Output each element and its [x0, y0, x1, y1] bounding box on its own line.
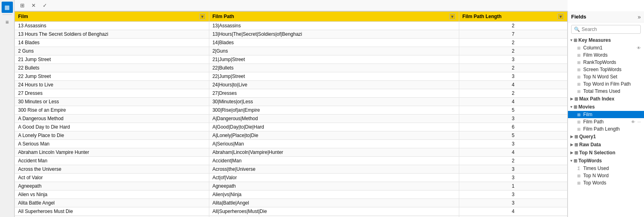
search-box[interactable]: 🔍 [571, 25, 641, 34]
table-row[interactable]: 13 Assassins 13|Assassins 2 [15, 22, 568, 30]
field-item-top-n-word-set[interactable]: ⊞Top N Word Set [568, 73, 644, 80]
cell-film-path: 30|Minutes|or|Less [209, 98, 459, 106]
film-path-length-sort-icon[interactable]: ▼ [557, 13, 564, 20]
table-row[interactable]: A Dangerous Method A|Dangerous|Method 3 [15, 115, 568, 123]
eye-icon[interactable]: 👁 [630, 120, 636, 124]
field-type-icon: Σ [576, 166, 582, 171]
field-group-top-n-selection: ▶⊞Top N Selection [568, 149, 644, 157]
main-content: Film ▼ Film Path ▼ [14, 11, 568, 217]
col-film-path[interactable]: Film Path ▼ [209, 12, 459, 22]
table-row[interactable]: Alien vs Ninja Alien|vs|Ninja 3 [15, 190, 568, 199]
cell-film: All Superheroes Must Die [15, 207, 209, 216]
col-film-path-length[interactable]: Film Path Length ▼ [459, 12, 567, 22]
field-group-header-raw-data[interactable]: ▶⊞Raw Data [568, 141, 644, 149]
field-group-header-key-measures[interactable]: ▾⊞Key Measures [568, 36, 644, 44]
field-type-icon: ⊞ [576, 53, 582, 57]
more-icon[interactable]: ··· [637, 120, 642, 124]
table-row[interactable]: 14 Blades 14|Blades 2 [15, 39, 568, 47]
cell-film-path: Act|of|Valor [209, 174, 459, 182]
table-row[interactable]: A Serious Man A|Serious|Man 3 [15, 140, 568, 148]
field-type-icon: ⊞ [576, 60, 582, 65]
table-row[interactable]: Alita Battle Angel Alita|Battle|Angel 3 [15, 199, 568, 207]
cell-film: 22 Jump Street [15, 72, 209, 81]
group-table-icon: ⊞ [574, 96, 578, 102]
cell-film: A Good Day to Die Hard [15, 123, 209, 131]
table-view-icon[interactable]: ▦ [2, 2, 13, 13]
table-row[interactable]: AllStar Superman AllStar|Superman 2 [15, 216, 568, 217]
cell-film-path: Agneepath [209, 182, 459, 190]
table-row[interactable]: Across the Universe Across|the|Universe … [15, 165, 568, 174]
close-icon[interactable]: ✕ [29, 1, 38, 10]
cell-film-path-length: 2 [459, 89, 567, 98]
table-row[interactable]: 22 Jump Street 22|Jump|Street 3 [15, 72, 568, 81]
field-type-icon: ⊞ [576, 127, 582, 131]
table-row[interactable]: A Lonely Place to Die A|Lonely|Place|to|… [15, 131, 568, 140]
group-table-icon: ⊞ [574, 38, 577, 43]
film-sort-icon[interactable]: ▼ [199, 13, 206, 20]
cell-film-path-length: 2 [459, 64, 567, 72]
cell-film-path-length: 2 [459, 157, 567, 165]
field-group-header-max-path-index[interactable]: ▶⊞Max Path Index [568, 95, 644, 103]
cell-film-path: 300|Rise|of|an|Empire [209, 106, 459, 115]
field-group-header-query1[interactable]: ▶⊞Query1 [568, 133, 644, 141]
field-group-header-top-n-selection[interactable]: ▶⊞Top N Selection [568, 149, 644, 157]
cell-film-path: 14|Blades [209, 39, 459, 47]
field-item-film-words[interactable]: ⊞Film Words [568, 51, 644, 59]
table-container[interactable]: Film ▼ Film Path ▼ [14, 11, 568, 217]
cell-film: A Lonely Place to Die [15, 131, 209, 140]
table-row[interactable]: 27 Dresses 27|Dresses 2 [15, 89, 568, 98]
table-row[interactable]: Abraham Lincoln Vampire Hunter Abraham|L… [15, 148, 568, 157]
check-icon[interactable]: ✓ [40, 1, 49, 10]
field-group-header-topwords[interactable]: ▾⊞TopWords [568, 157, 644, 165]
cell-film-path: A|Good|Day|to|Die|Hard [209, 123, 459, 131]
toolbar-separator [2, 14, 12, 15]
search-input[interactable] [582, 27, 642, 32]
field-item-top-words[interactable]: ⊞Top Words [568, 179, 644, 186]
table-row[interactable]: Accident Man Accident|Man 2 [15, 157, 568, 165]
chevron-icon: ▶ [570, 135, 573, 139]
field-item-top-word-in-film-path[interactable]: ⊞Top Word in Film Path [568, 80, 644, 88]
eye-icon[interactable]: 👁 [636, 46, 642, 50]
field-item-ranktopwords[interactable]: ⊞RankTopWords [568, 59, 644, 66]
cell-film-path-length: 3 [459, 55, 567, 64]
chevron-icon: ▶ [570, 151, 573, 155]
fields-close-icon[interactable]: » [638, 14, 641, 20]
field-item-screen-topwords[interactable]: ⊞Screen TopWords [568, 66, 644, 73]
group-table-icon: ⊞ [574, 142, 578, 147]
table-row[interactable]: 300 Rise of an Empire 300|Rise|of|an|Emp… [15, 106, 568, 115]
table-row[interactable]: All Superheroes Must Die All|Superheroes… [15, 207, 568, 216]
field-item-total-times-used[interactable]: ⊞Total Times Used [568, 88, 644, 95]
cell-film: A Serious Man [15, 140, 209, 148]
field-group-header-movies[interactable]: ▾⊞Movies [568, 103, 644, 111]
field-item-film-path[interactable]: ⊞Film Path👁··· [568, 118, 644, 125]
film-path-sort-icon[interactable]: ▼ [449, 13, 456, 20]
data-table: Film ▼ Film Path ▼ [14, 11, 568, 217]
table-row[interactable]: 2 Guns 2|Guns 2 [15, 47, 568, 55]
table-row[interactable]: A Good Day to Die Hard A|Good|Day|to|Die… [15, 123, 568, 131]
field-group-label: Query1 [579, 134, 596, 139]
table-row[interactable]: 22 Bullets 22|Bullets 2 [15, 64, 568, 72]
cell-film-path-length: 4 [459, 148, 567, 157]
analytics-icon[interactable]: ≡ [2, 16, 13, 28]
cell-film-path: 21|Jump|Street [209, 55, 459, 64]
cell-film-path-length: 1 [459, 182, 567, 190]
chevron-icon: ▾ [570, 105, 572, 109]
field-item-label: Total Times Used [583, 88, 642, 94]
table-row[interactable]: Act of Valor Act|of|Valor 3 [15, 174, 568, 182]
field-item-times-used[interactable]: ΣTimes Used [568, 165, 644, 172]
chevron-icon: ▾ [570, 38, 572, 42]
field-item-label: Top N Word [583, 173, 642, 178]
grid-icon[interactable]: ⊞ [18, 1, 27, 10]
table-row[interactable]: 30 Minutes or Less 30|Minutes|or|Less 4 [15, 98, 568, 106]
field-group-key-measures: ▾⊞Key Measures⊞Column1👁⊞Film Words⊞RankT… [568, 36, 644, 95]
col-film[interactable]: Film ▼ [15, 12, 209, 22]
table-row[interactable]: 21 Jump Street 21|Jump|Street 3 [15, 55, 568, 64]
field-item-top-n-word[interactable]: ⊞Top N Word [568, 172, 644, 179]
field-item-film-path-length[interactable]: ⊞Film Path Length [568, 125, 644, 133]
table-row[interactable]: 13 Hours The Secret Soldiers of Benghazi… [15, 30, 568, 39]
table-row[interactable]: Agneepath Agneepath 1 [15, 182, 568, 190]
field-item-film[interactable]: ⊞Film [568, 111, 644, 118]
field-item-column1[interactable]: ⊞Column1👁 [568, 44, 644, 51]
table-row[interactable]: 24 Hours to Live 24|Hours|to|Live 4 [15, 81, 568, 89]
cell-film-path-length: 3 [459, 174, 567, 182]
